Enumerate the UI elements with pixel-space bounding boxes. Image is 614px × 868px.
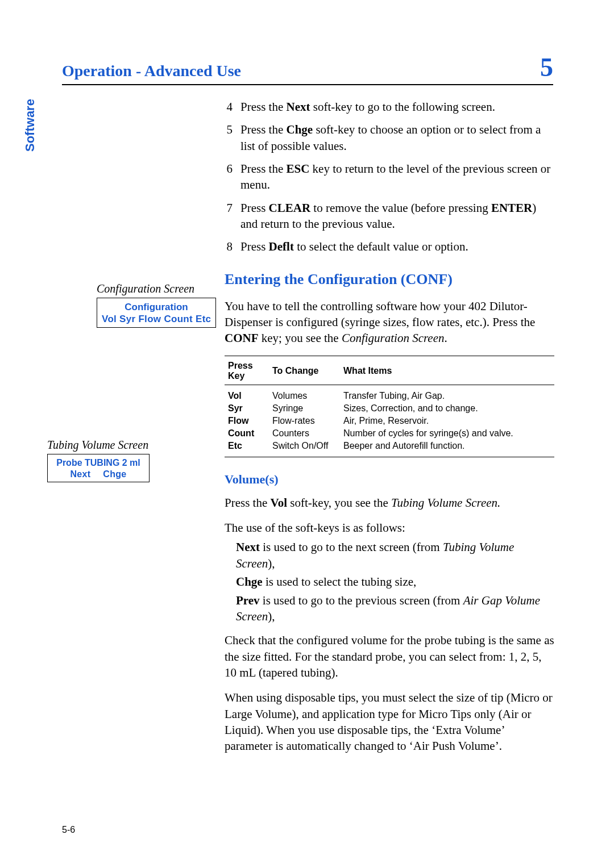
th-to-change: To Change xyxy=(269,356,340,385)
section-header: Operation - Advanced Use 5 xyxy=(62,55,553,85)
page-number: 5-6 xyxy=(62,825,75,835)
lcd-display: Configuration Vol Syr Flow Count Etc xyxy=(97,298,216,328)
step-text: Press the Next soft-key to go to the fol… xyxy=(240,99,554,115)
table-row: Etc Switch On/Off Beeper and Autorefill … xyxy=(225,440,554,457)
cell-what: Sizes, Correction, and to change. xyxy=(340,402,554,415)
list-item: Chge is used to select the tubing size, xyxy=(236,574,554,590)
side-tab-label: Software xyxy=(23,135,38,152)
heading-volumes: Volume(s) xyxy=(225,472,554,487)
cell-what: Air, Prime, Reservoir. xyxy=(340,415,554,427)
cell-what: Beeper and Autorefill function. xyxy=(340,440,554,457)
key-name: Deflt xyxy=(269,240,294,253)
vol-softkeys-lead: The use of the soft-keys is as follows: xyxy=(225,520,554,536)
cell-change: Switch On/Off xyxy=(269,440,340,457)
cell-change: Volumes xyxy=(269,385,340,402)
vol-softkey-list: Next is used to go to the next screen (f… xyxy=(225,539,554,624)
softkey-name: Chge xyxy=(287,123,313,136)
softkey-name: Prev xyxy=(236,594,260,607)
figure-configuration-screen: Configuration Screen Configuration Vol S… xyxy=(97,282,216,328)
cell-change: Syringe xyxy=(269,402,340,415)
step-4: 4 Press the Next soft-key to go to the f… xyxy=(225,99,554,115)
cell-key: Vol xyxy=(225,385,269,402)
screen-name: Configuration Screen xyxy=(342,331,445,345)
step-text: Press Deflt to select the default value … xyxy=(240,239,554,254)
step-list: 4 Press the Next soft-key to go to the f… xyxy=(225,99,554,255)
lcd-softkey-next: Next xyxy=(70,469,90,479)
step-text: Press the ESC key to return to the level… xyxy=(240,161,554,193)
key-name: CLEAR xyxy=(269,201,311,215)
cell-change: Flow-rates xyxy=(269,415,340,427)
key-name: CONF xyxy=(225,331,259,345)
step-text: Press CLEAR to remove the value (before … xyxy=(240,200,554,232)
step-number: 7 xyxy=(225,200,233,232)
lcd-line-2: Vol Syr Flow Count Etc xyxy=(102,313,211,325)
step-text: Press the Chge soft-key to choose an opt… xyxy=(240,122,554,154)
lcd-softkey-chge: Chge xyxy=(103,469,126,479)
lcd-line-1: Probe TUBING 2 ml xyxy=(52,457,144,469)
cell-what: Transfer Tubing, Air Gap. xyxy=(340,385,554,402)
step-number: 8 xyxy=(225,239,233,254)
softkey-name: Next xyxy=(236,540,260,554)
softkey-name: Next xyxy=(287,100,310,114)
table-row: Count Counters Number of cycles for syri… xyxy=(225,427,554,440)
cell-key: Count xyxy=(225,427,269,440)
lcd-line-2: NextChge xyxy=(52,469,144,480)
step-number: 6 xyxy=(225,161,233,193)
list-item: Next is used to go to the next screen (f… xyxy=(236,539,554,571)
chapter-number: 5 xyxy=(540,55,553,81)
figure-caption: Configuration Screen xyxy=(97,282,216,295)
step-6: 6 Press the ESC key to return to the lev… xyxy=(225,161,554,193)
conf-keys-table: Press Key To Change What Items Vol Volum… xyxy=(225,356,554,457)
section-title: Operation - Advanced Use xyxy=(62,62,241,80)
softkey-name: Chge xyxy=(236,575,263,589)
th-press-key: Press Key xyxy=(225,356,269,385)
step-8: 8 Press Deflt to select the default valu… xyxy=(225,239,554,254)
step-number: 4 xyxy=(225,99,233,115)
key-name: ENTER xyxy=(491,201,532,215)
step-number: 5 xyxy=(225,122,233,154)
table-header-row: Press Key To Change What Items xyxy=(225,356,554,385)
lcd-line-1: Configuration xyxy=(102,301,211,313)
lcd-display: Probe TUBING 2 ml NextChge xyxy=(47,454,150,482)
conf-intro-paragraph: You have to tell the controlling softwar… xyxy=(225,298,554,347)
vol-paragraph-2: When using disposable tips, you must sel… xyxy=(225,690,554,754)
heading-entering-configuration: Entering the Configuration (CONF) xyxy=(225,271,554,288)
cell-what: Number of cycles for syringe(s) and valv… xyxy=(340,427,554,440)
vol-paragraph-1: Check that the configured volume for the… xyxy=(225,632,554,681)
main-column: 4 Press the Next soft-key to go to the f… xyxy=(225,99,554,763)
softkey-name: Vol xyxy=(271,496,288,510)
key-name: ESC xyxy=(287,162,310,176)
table-row: Syr Syringe Sizes, Correction, and to ch… xyxy=(225,402,554,415)
step-7: 7 Press CLEAR to remove the value (befor… xyxy=(225,200,554,232)
vol-intro-paragraph: Press the Vol soft-key, you see the Tubi… xyxy=(225,495,554,511)
table-row: Vol Volumes Transfer Tubing, Air Gap. xyxy=(225,385,554,402)
cell-change: Counters xyxy=(269,427,340,440)
th-what-items: What Items xyxy=(340,356,554,385)
figure-tubing-volume-screen: Tubing Volume Screen Probe TUBING 2 ml N… xyxy=(47,439,150,482)
cell-key: Etc xyxy=(225,440,269,457)
list-item: Prev is used to go to the previous scree… xyxy=(236,592,554,625)
step-5: 5 Press the Chge soft-key to choose an o… xyxy=(225,122,554,154)
cell-key: Flow xyxy=(225,415,269,427)
figure-caption: Tubing Volume Screen xyxy=(47,439,150,452)
table-row: Flow Flow-rates Air, Prime, Reservoir. xyxy=(225,415,554,427)
cell-key: Syr xyxy=(225,402,269,415)
side-tab: Software xyxy=(49,99,66,169)
screen-name: Tubing Volume Screen. xyxy=(391,496,500,510)
